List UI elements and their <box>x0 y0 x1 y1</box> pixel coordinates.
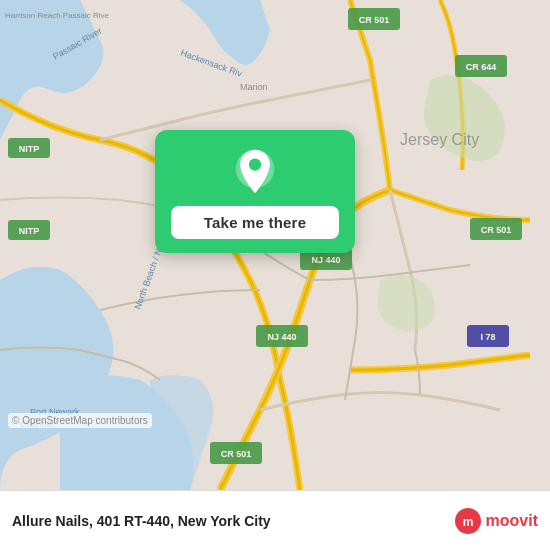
svg-text:Marion: Marion <box>240 82 268 92</box>
svg-text:NITP: NITP <box>19 226 40 236</box>
svg-text:CR 501: CR 501 <box>359 15 390 25</box>
moovit-text: moovit <box>486 512 538 530</box>
svg-text:I 78: I 78 <box>480 332 495 342</box>
svg-text:CR 644: CR 644 <box>466 62 497 72</box>
bottom-bar: Allure Nails, 401 RT-440, New York City … <box>0 490 550 550</box>
moovit-icon: m <box>454 507 482 535</box>
moovit-logo: m moovit <box>454 507 538 535</box>
map-container: NITP NITP CR 501 CR 644 CR 501 I 78 NJ 4… <box>0 0 550 490</box>
svg-text:Harrison Reach Passaic Rive: Harrison Reach Passaic Rive <box>5 11 110 20</box>
location-pin-icon <box>231 148 279 196</box>
location-name: Allure Nails, 401 RT-440, New York City <box>12 513 271 529</box>
svg-text:CR 501: CR 501 <box>481 225 512 235</box>
svg-text:NJ 440: NJ 440 <box>267 332 296 342</box>
svg-point-28 <box>249 158 261 170</box>
svg-text:m: m <box>462 515 473 529</box>
svg-text:CR 501: CR 501 <box>221 449 252 459</box>
popup-card: Take me there <box>155 130 355 253</box>
location-info: Allure Nails, 401 RT-440, New York City <box>12 513 271 529</box>
svg-text:NJ 440: NJ 440 <box>311 255 340 265</box>
svg-text:NITP: NITP <box>19 144 40 154</box>
osm-credit: © OpenStreetMap contributors <box>8 413 152 428</box>
take-me-there-button[interactable]: Take me there <box>171 206 339 239</box>
svg-text:Jersey City: Jersey City <box>400 131 479 148</box>
